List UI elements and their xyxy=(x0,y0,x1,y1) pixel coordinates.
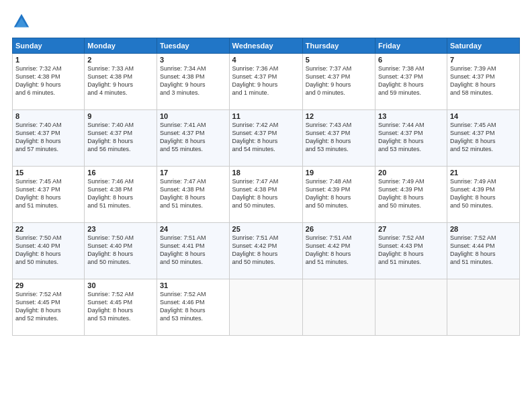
calendar-cell: 5Sunrise: 7:37 AM Sunset: 4:37 PM Daylig… xyxy=(302,54,375,110)
day-detail: Sunrise: 7:38 AM Sunset: 4:37 PM Dayligh… xyxy=(378,64,444,97)
day-detail: Sunrise: 7:47 AM Sunset: 4:38 PM Dayligh… xyxy=(160,177,226,210)
day-number: 23 xyxy=(87,225,154,233)
calendar-cell: 26Sunrise: 7:51 AM Sunset: 4:42 PM Dayli… xyxy=(302,223,375,279)
calendar-cell: 9Sunrise: 7:40 AM Sunset: 4:37 PM Daylig… xyxy=(85,110,157,167)
weekday-header-friday: Friday xyxy=(375,38,447,54)
day-detail: Sunrise: 7:49 AM Sunset: 4:39 PM Dayligh… xyxy=(450,177,517,210)
day-detail: Sunrise: 7:34 AM Sunset: 4:38 PM Dayligh… xyxy=(160,64,226,97)
calendar-cell: 4Sunrise: 7:36 AM Sunset: 4:37 PM Daylig… xyxy=(229,54,302,110)
day-detail: Sunrise: 7:47 AM Sunset: 4:38 PM Dayligh… xyxy=(232,177,300,210)
calendar-cell: 31Sunrise: 7:52 AM Sunset: 4:46 PM Dayli… xyxy=(157,279,229,336)
day-number: 30 xyxy=(87,281,154,289)
day-number: 3 xyxy=(160,56,226,64)
calendar-cell: 6Sunrise: 7:38 AM Sunset: 4:37 PM Daylig… xyxy=(375,54,447,110)
calendar-cell: 29Sunrise: 7:52 AM Sunset: 4:45 PM Dayli… xyxy=(13,279,85,336)
day-number: 4 xyxy=(232,56,300,64)
day-number: 5 xyxy=(306,56,372,64)
day-number: 6 xyxy=(378,56,444,64)
calendar-row-3: 22Sunrise: 7:50 AM Sunset: 4:40 PM Dayli… xyxy=(13,223,520,279)
day-detail: Sunrise: 7:52 AM Sunset: 4:43 PM Dayligh… xyxy=(378,234,444,267)
day-number: 1 xyxy=(15,56,81,64)
calendar-cell: 8Sunrise: 7:40 AM Sunset: 4:37 PM Daylig… xyxy=(13,110,85,167)
day-number: 20 xyxy=(378,169,444,177)
day-detail: Sunrise: 7:52 AM Sunset: 4:45 PM Dayligh… xyxy=(87,290,154,323)
day-detail: Sunrise: 7:40 AM Sunset: 4:37 PM Dayligh… xyxy=(87,121,154,154)
calendar-cell: 21Sunrise: 7:49 AM Sunset: 4:39 PM Dayli… xyxy=(447,167,519,223)
calendar-cell: 16Sunrise: 7:46 AM Sunset: 4:38 PM Dayli… xyxy=(85,167,157,223)
day-detail: Sunrise: 7:52 AM Sunset: 4:45 PM Dayligh… xyxy=(15,290,81,323)
day-number: 31 xyxy=(160,281,226,289)
day-detail: Sunrise: 7:33 AM Sunset: 4:38 PM Dayligh… xyxy=(87,64,154,97)
calendar-cell: 30Sunrise: 7:52 AM Sunset: 4:45 PM Dayli… xyxy=(85,279,157,336)
calendar-cell xyxy=(447,279,519,336)
calendar-row-0: 1Sunrise: 7:32 AM Sunset: 4:38 PM Daylig… xyxy=(13,54,520,110)
day-number: 8 xyxy=(15,112,81,120)
calendar-cell: 23Sunrise: 7:50 AM Sunset: 4:40 PM Dayli… xyxy=(85,223,157,279)
day-number: 7 xyxy=(450,56,517,64)
day-number: 12 xyxy=(306,112,372,120)
day-number: 14 xyxy=(450,112,517,120)
day-detail: Sunrise: 7:52 AM Sunset: 4:46 PM Dayligh… xyxy=(160,290,226,323)
calendar-row-4: 29Sunrise: 7:52 AM Sunset: 4:45 PM Dayli… xyxy=(13,279,520,336)
day-number: 21 xyxy=(450,169,517,177)
weekday-header-wednesday: Wednesday xyxy=(229,38,302,54)
calendar-cell: 27Sunrise: 7:52 AM Sunset: 4:43 PM Dayli… xyxy=(375,223,447,279)
day-detail: Sunrise: 7:45 AM Sunset: 4:37 PM Dayligh… xyxy=(450,121,517,154)
day-number: 24 xyxy=(160,225,226,233)
day-detail: Sunrise: 7:52 AM Sunset: 4:44 PM Dayligh… xyxy=(450,234,517,267)
weekday-header-sunday: Sunday xyxy=(13,38,85,54)
weekday-header-tuesday: Tuesday xyxy=(157,38,229,54)
day-number: 17 xyxy=(160,169,226,177)
day-number: 22 xyxy=(15,225,81,233)
calendar-cell: 28Sunrise: 7:52 AM Sunset: 4:44 PM Dayli… xyxy=(447,223,519,279)
calendar-row-2: 15Sunrise: 7:45 AM Sunset: 4:37 PM Dayli… xyxy=(13,167,520,223)
calendar-body: 1Sunrise: 7:32 AM Sunset: 4:38 PM Daylig… xyxy=(13,54,520,336)
day-number: 10 xyxy=(160,112,226,120)
day-detail: Sunrise: 7:44 AM Sunset: 4:37 PM Dayligh… xyxy=(378,121,444,154)
day-number: 2 xyxy=(87,56,154,64)
day-detail: Sunrise: 7:46 AM Sunset: 4:38 PM Dayligh… xyxy=(87,177,154,210)
calendar-cell: 19Sunrise: 7:48 AM Sunset: 4:39 PM Dayli… xyxy=(302,167,375,223)
calendar-cell xyxy=(229,279,302,336)
calendar-cell: 20Sunrise: 7:49 AM Sunset: 4:39 PM Dayli… xyxy=(375,167,447,223)
day-number: 27 xyxy=(378,225,444,233)
calendar-cell: 2Sunrise: 7:33 AM Sunset: 4:38 PM Daylig… xyxy=(85,54,157,110)
logo xyxy=(12,12,34,31)
day-number: 29 xyxy=(15,281,81,289)
day-detail: Sunrise: 7:49 AM Sunset: 4:39 PM Dayligh… xyxy=(378,177,444,210)
day-number: 13 xyxy=(378,112,444,120)
calendar-cell: 12Sunrise: 7:43 AM Sunset: 4:37 PM Dayli… xyxy=(302,110,375,167)
calendar-cell: 1Sunrise: 7:32 AM Sunset: 4:38 PM Daylig… xyxy=(13,54,85,110)
weekday-header-thursday: Thursday xyxy=(302,38,375,54)
day-detail: Sunrise: 7:51 AM Sunset: 4:42 PM Dayligh… xyxy=(232,234,300,267)
day-detail: Sunrise: 7:42 AM Sunset: 4:37 PM Dayligh… xyxy=(232,121,300,154)
day-number: 16 xyxy=(87,169,154,177)
calendar-cell: 11Sunrise: 7:42 AM Sunset: 4:37 PM Dayli… xyxy=(229,110,302,167)
page-header xyxy=(12,12,520,31)
day-detail: Sunrise: 7:51 AM Sunset: 4:41 PM Dayligh… xyxy=(160,234,226,267)
day-number: 11 xyxy=(232,112,300,120)
calendar-cell: 25Sunrise: 7:51 AM Sunset: 4:42 PM Dayli… xyxy=(229,223,302,279)
day-detail: Sunrise: 7:43 AM Sunset: 4:37 PM Dayligh… xyxy=(306,121,372,154)
calendar-cell: 14Sunrise: 7:45 AM Sunset: 4:37 PM Dayli… xyxy=(447,110,519,167)
calendar-cell: 17Sunrise: 7:47 AM Sunset: 4:38 PM Dayli… xyxy=(157,167,229,223)
calendar-row-1: 8Sunrise: 7:40 AM Sunset: 4:37 PM Daylig… xyxy=(13,110,520,167)
day-detail: Sunrise: 7:45 AM Sunset: 4:37 PM Dayligh… xyxy=(15,177,81,210)
logo-icon xyxy=(12,12,31,31)
day-detail: Sunrise: 7:50 AM Sunset: 4:40 PM Dayligh… xyxy=(87,234,154,267)
calendar-cell: 10Sunrise: 7:41 AM Sunset: 4:37 PM Dayli… xyxy=(157,110,229,167)
weekday-header-row: SundayMondayTuesdayWednesdayThursdayFrid… xyxy=(13,38,520,54)
day-detail: Sunrise: 7:40 AM Sunset: 4:37 PM Dayligh… xyxy=(15,121,81,154)
day-number: 28 xyxy=(450,225,517,233)
calendar-cell: 15Sunrise: 7:45 AM Sunset: 4:37 PM Dayli… xyxy=(13,167,85,223)
calendar-cell: 7Sunrise: 7:39 AM Sunset: 4:37 PM Daylig… xyxy=(447,54,519,110)
day-number: 18 xyxy=(232,169,300,177)
day-number: 25 xyxy=(232,225,300,233)
calendar-table: SundayMondayTuesdayWednesdayThursdayFrid… xyxy=(12,38,520,336)
day-number: 19 xyxy=(306,169,372,177)
calendar-cell: 24Sunrise: 7:51 AM Sunset: 4:41 PM Dayli… xyxy=(157,223,229,279)
day-detail: Sunrise: 7:39 AM Sunset: 4:37 PM Dayligh… xyxy=(450,64,517,97)
day-detail: Sunrise: 7:41 AM Sunset: 4:37 PM Dayligh… xyxy=(160,121,226,154)
calendar-cell: 18Sunrise: 7:47 AM Sunset: 4:38 PM Dayli… xyxy=(229,167,302,223)
day-detail: Sunrise: 7:50 AM Sunset: 4:40 PM Dayligh… xyxy=(15,234,81,267)
